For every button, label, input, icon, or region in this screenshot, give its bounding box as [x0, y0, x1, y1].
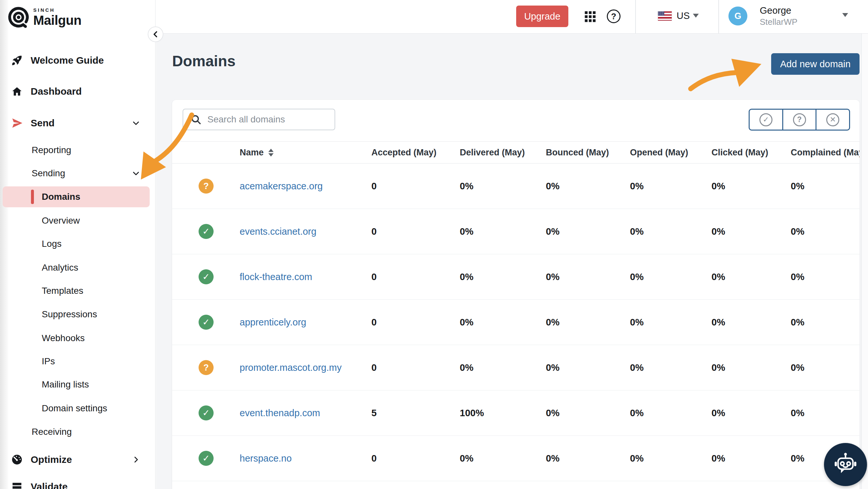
clicked-value: 0% — [712, 362, 725, 373]
sidebar-item-validate[interactable]: Validate — [0, 479, 155, 489]
sidebar-item-label: Reporting — [32, 145, 71, 155]
sidebar-item-optimize[interactable]: Optimize — [0, 452, 155, 467]
logo-name: Mailgun — [33, 13, 82, 28]
checklist-icon — [10, 481, 24, 489]
accepted-value: 0 — [371, 226, 377, 237]
filter-verified-button[interactable]: ✓ — [750, 110, 782, 130]
sidebar-item-label: Overview — [42, 215, 80, 226]
status-verified-icon: ✓ — [198, 451, 214, 466]
table-row: ✓ herspace.no 0 0% 0% 0% 0% 0% — [172, 436, 860, 481]
user-avatar[interactable]: G — [728, 6, 747, 26]
sidebar-item-templates[interactable]: Templates — [0, 283, 155, 299]
topbar-divider — [635, 0, 636, 33]
chevron-down-icon[interactable] — [132, 119, 140, 127]
mailgun-logo[interactable]: SINCH Mailgun — [7, 6, 82, 29]
table-row: ✓ apprenticely.org 0 0% 0% 0% 0% 0% — [172, 300, 860, 345]
sidebar-item-overview[interactable]: Overview — [0, 213, 155, 229]
us-flag-icon[interactable] — [658, 11, 672, 21]
sidebar-item-analytics[interactable]: Analytics — [0, 260, 155, 276]
filter-disabled-button[interactable]: ✕ — [815, 110, 849, 130]
user-name: George — [760, 5, 792, 16]
sidebar-item-sending[interactable]: Sending — [0, 166, 155, 181]
sidebar-item-welcome-guide[interactable]: Welcome Guide — [0, 53, 155, 68]
domains-card: ✓ ? ✕ Name Accepted (May) Delivered (May… — [172, 100, 860, 489]
clicked-value: 0% — [712, 453, 725, 464]
status-verified-icon: ✓ — [198, 405, 214, 421]
region-selector[interactable]: US — [677, 10, 690, 21]
chatbot-button[interactable] — [824, 443, 867, 486]
sidebar-item-label: Domain settings — [42, 403, 107, 413]
help-icon[interactable]: ? — [607, 9, 621, 23]
bounced-value: 0% — [546, 453, 560, 464]
table-row: ✓ event.thenadp.com 5 100% 0% 0% 0% 0% — [172, 391, 860, 436]
sidebar-item-label: Analytics — [42, 262, 78, 273]
sort-icon[interactable] — [268, 148, 274, 156]
sidebar-item-label: Dashboard — [31, 86, 82, 97]
sidebar-item-label: Receiving — [32, 427, 72, 437]
x-circle-icon: ✕ — [826, 113, 839, 126]
rocket-icon — [10, 54, 24, 66]
table-body: ? acemakerspace.org 0 0% 0% 0% 0% 0% ✓ e… — [172, 164, 860, 481]
table-row: ✓ events.ccianet.org 0 0% 0% 0% 0% 0% — [172, 209, 860, 254]
sidebar-item-receiving[interactable]: Receiving — [0, 424, 155, 440]
add-new-domain-button[interactable]: Add new domain — [771, 53, 860, 75]
page-title: Domains — [172, 52, 236, 70]
opened-value: 0% — [630, 181, 644, 192]
clicked-value: 0% — [712, 226, 725, 237]
opened-value: 0% — [630, 226, 644, 237]
column-header-delivered: Delivered (May) — [460, 148, 525, 158]
complained-value: 0% — [791, 181, 804, 192]
user-organization: StellarWP — [760, 17, 798, 27]
delivered-value: 0% — [460, 317, 473, 328]
sidebar-collapse-button[interactable] — [148, 26, 163, 42]
robot-icon — [832, 451, 859, 478]
sidebar-item-domain-settings[interactable]: Domain settings — [0, 401, 155, 416]
sidebar-item-label: IPs — [42, 356, 55, 367]
home-icon — [10, 85, 24, 97]
domain-link[interactable]: herspace.no — [240, 453, 292, 464]
sidebar-item-reporting[interactable]: Reporting — [0, 142, 155, 158]
domain-link[interactable]: promoter.mascot.org.my — [240, 362, 342, 373]
search-input[interactable] — [207, 114, 325, 125]
clicked-value: 0% — [712, 181, 725, 192]
upgrade-button[interactable]: Upgrade — [516, 5, 568, 27]
sidebar-item-label: Mailing lists — [42, 379, 89, 390]
domain-link[interactable]: flock-theatre.com — [240, 271, 312, 282]
status-verified-icon: ✓ — [198, 224, 214, 239]
domain-link[interactable]: acemakerspace.org — [240, 181, 323, 192]
sidebar-item-label: Webhooks — [42, 333, 85, 343]
complained-value: 0% — [791, 408, 804, 419]
sidebar-item-ips[interactable]: IPs — [0, 353, 155, 369]
sidebar-item-webhooks[interactable]: Webhooks — [0, 330, 155, 346]
sidebar: SINCH Mailgun Welcome Guide Dashboard Se… — [0, 0, 156, 489]
sidebar-item-mailing-lists[interactable]: Mailing lists — [0, 377, 155, 392]
domain-link[interactable]: events.ccianet.org — [240, 226, 316, 237]
sidebar-item-label: Send — [31, 117, 55, 128]
region-caret-icon[interactable] — [693, 14, 699, 18]
send-plane-icon — [10, 117, 24, 129]
scrollbar-track[interactable] — [862, 34, 868, 489]
complained-value: 0% — [791, 271, 804, 282]
sidebar-item-domains[interactable]: Domains — [0, 189, 155, 205]
sidebar-item-suppressions[interactable]: Suppressions — [0, 307, 155, 322]
check-circle-icon: ✓ — [760, 113, 772, 126]
topbar: Upgrade ? US G George StellarWP — [156, 0, 868, 34]
opened-value: 0% — [630, 362, 644, 373]
filter-unverified-button[interactable]: ? — [782, 110, 816, 130]
column-header-bounced: Bounced (May) — [546, 148, 609, 158]
column-header-accepted: Accepted (May) — [371, 148, 437, 158]
column-header-name[interactable]: Name — [240, 148, 274, 158]
table-header: Name Accepted (May) Delivered (May) Boun… — [172, 141, 860, 164]
chevron-down-icon[interactable] — [132, 169, 140, 178]
chevron-right-icon — [132, 455, 140, 464]
question-circle-icon: ? — [793, 113, 806, 126]
logo-text: SINCH Mailgun — [33, 7, 82, 28]
search-box — [183, 109, 335, 130]
sidebar-item-dashboard[interactable]: Dashboard — [0, 84, 155, 99]
domain-link[interactable]: event.thenadp.com — [240, 408, 320, 419]
user-menu-caret-icon[interactable] — [842, 13, 848, 17]
domain-link[interactable]: apprenticely.org — [240, 317, 306, 328]
sidebar-item-logs[interactable]: Logs — [0, 236, 155, 252]
sidebar-item-send[interactable]: Send — [0, 115, 155, 131]
apps-grid-icon[interactable] — [583, 9, 598, 24]
